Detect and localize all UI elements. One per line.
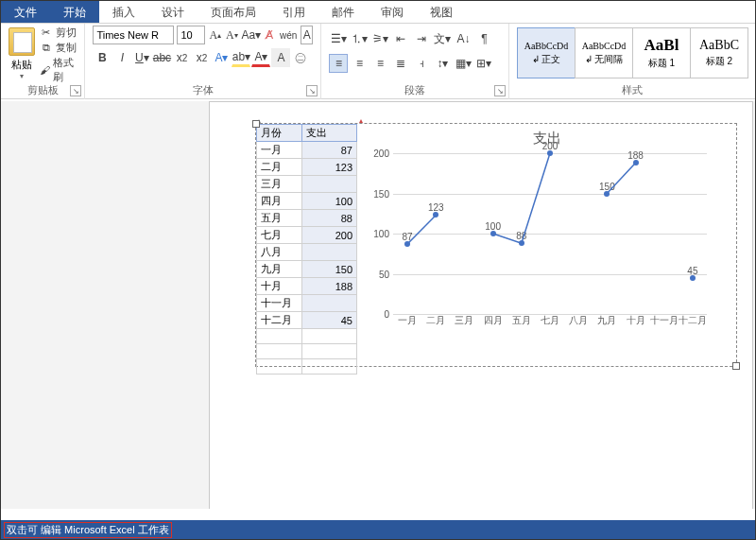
line-spacing-button[interactable]: ↕▾ bbox=[433, 54, 452, 73]
align-center-button[interactable]: ≡ bbox=[350, 54, 369, 73]
data-table[interactable]: 月份支出一月87二月123三月四月100五月88七月200八月九月150十月18… bbox=[256, 124, 357, 375]
group-label-font: 字体 bbox=[85, 83, 320, 97]
group-label-paragraph: 段落 bbox=[321, 83, 508, 97]
group-label-styles: 样式 bbox=[509, 83, 755, 97]
style-0[interactable]: AaBbCcDd↲ 正文 bbox=[517, 27, 576, 78]
font-name-input[interactable] bbox=[93, 26, 174, 44]
change-case-button[interactable]: Aa▾ bbox=[242, 26, 261, 44]
group-font: A▴ A▾ Aa▾ A̸ wén A B I U▾ abc x2 x2 A▾ a… bbox=[85, 24, 321, 99]
chart-area[interactable]: 支出 050100150200一月二月三月四月五月七月八月九月十月十一月十二月8… bbox=[357, 124, 736, 366]
show-marks-button[interactable]: ¶ bbox=[474, 29, 493, 48]
embedded-excel-object[interactable]: 月份支出一月87二月123三月四月100五月88七月200八月九月150十月18… bbox=[255, 123, 737, 367]
tab-references[interactable]: 引用 bbox=[269, 1, 318, 23]
document-area: 月份支出一月87二月123三月四月100五月88七月200八月九月150十月18… bbox=[1, 101, 755, 509]
align-right-button[interactable]: ≡ bbox=[370, 54, 389, 73]
style-3[interactable]: AaBbC标题 2 bbox=[690, 27, 748, 78]
paste-label: 粘贴 bbox=[11, 58, 32, 72]
font-color-button[interactable]: A▾ bbox=[251, 48, 270, 67]
highlight-button[interactable]: ab▾ bbox=[232, 48, 250, 67]
status-text: 双击可 编辑 Microsoft Excel 工作表 bbox=[4, 522, 172, 538]
format-painter-button[interactable]: 🖌格式刷 bbox=[40, 56, 77, 84]
tab-file[interactable]: 文件 bbox=[1, 1, 50, 23]
brush-icon: 🖌 bbox=[40, 63, 50, 77]
underline-button[interactable]: U▾ bbox=[132, 48, 151, 67]
multilevel-button[interactable]: ⚞▾ bbox=[370, 29, 389, 48]
distribute-button[interactable]: ⫞ bbox=[412, 54, 431, 73]
phonetic-button[interactable]: wén bbox=[279, 26, 298, 44]
borders-button[interactable]: ⊞▾ bbox=[474, 54, 493, 73]
font-dialog-launcher[interactable]: ↘ bbox=[306, 85, 318, 96]
clipboard-dialog-launcher[interactable]: ↘ bbox=[70, 85, 81, 96]
tab-review[interactable]: 审阅 bbox=[368, 1, 417, 23]
style-2[interactable]: AaBl标题 1 bbox=[632, 27, 691, 78]
numbering-button[interactable]: ⒈▾ bbox=[350, 29, 369, 48]
strike-button[interactable]: abc bbox=[152, 48, 171, 67]
paragraph-dialog-launcher[interactable]: ↘ bbox=[494, 85, 506, 96]
char-shading-button[interactable]: A bbox=[271, 48, 290, 67]
justify-button[interactable]: ≣ bbox=[391, 54, 410, 73]
copy-icon: ⧉ bbox=[40, 42, 53, 55]
cut-button[interactable]: ✂剪切 bbox=[40, 26, 77, 40]
grow-font-button[interactable]: A▴ bbox=[208, 26, 222, 44]
clear-format-button[interactable]: A̸ bbox=[264, 26, 276, 44]
scissors-icon: ✂ bbox=[40, 26, 53, 40]
tab-insert[interactable]: 插入 bbox=[99, 1, 148, 23]
font-size-input[interactable] bbox=[177, 26, 205, 44]
paste-button[interactable]: 粘贴 ▾ bbox=[9, 26, 36, 80]
tab-design[interactable]: 设计 bbox=[148, 1, 198, 23]
copy-button[interactable]: ⧉复制 bbox=[40, 41, 77, 55]
page: 月份支出一月87二月123三月四月100五月88七月200八月九月150十月18… bbox=[209, 101, 753, 509]
decrease-indent-button[interactable]: ⇤ bbox=[391, 29, 410, 48]
tab-mailings[interactable]: 邮件 bbox=[318, 1, 368, 23]
tab-layout[interactable]: 页面布局 bbox=[198, 1, 269, 23]
align-left-button[interactable]: ≡ bbox=[329, 54, 348, 73]
tab-home[interactable]: 开始 bbox=[50, 1, 99, 23]
bullets-button[interactable]: ☰▾ bbox=[329, 29, 348, 48]
status-bar: 双击可 编辑 Microsoft Excel 工作表 bbox=[1, 520, 755, 539]
chart-plot: 050100150200一月二月三月四月五月七月八月九月十月十一月十二月8712… bbox=[367, 153, 707, 333]
tab-view[interactable]: 视图 bbox=[417, 1, 466, 23]
superscript-button[interactable]: x2 bbox=[192, 48, 211, 67]
char-border-button[interactable]: A bbox=[301, 26, 313, 44]
sort-button[interactable]: A↓ bbox=[454, 29, 472, 48]
shading-button[interactable]: ▦▾ bbox=[454, 54, 472, 73]
style-1[interactable]: AaBbCcDd↲ 无间隔 bbox=[575, 27, 633, 78]
spreadsheet-area: 月份支出一月87二月123三月四月100五月88七月200八月九月150十月18… bbox=[256, 124, 357, 366]
text-direction-button[interactable]: 文▾ bbox=[433, 29, 452, 48]
enclose-char-button[interactable]: ㊁ bbox=[291, 48, 310, 67]
menu-tabs: 文件 开始 插入 设计 页面布局 引用 邮件 审阅 视图 bbox=[1, 1, 755, 24]
group-clipboard: 粘贴 ▾ ✂剪切 ⧉复制 🖌格式刷 剪贴板 ↘ bbox=[1, 24, 85, 99]
bold-button[interactable]: B bbox=[93, 48, 112, 67]
text-effects-button[interactable]: A▾ bbox=[212, 48, 231, 67]
italic-button[interactable]: I bbox=[112, 48, 131, 67]
subscript-button[interactable]: x2 bbox=[172, 48, 191, 67]
group-styles: AaBbCcDd↲ 正文AaBbCcDd↲ 无间隔AaBl标题 1AaBbC标题… bbox=[509, 24, 755, 99]
increase-indent-button[interactable]: ⇥ bbox=[412, 29, 431, 48]
shrink-font-button[interactable]: A▾ bbox=[225, 26, 239, 44]
ribbon: 粘贴 ▾ ✂剪切 ⧉复制 🖌格式刷 剪贴板 ↘ A▴ A▾ Aa▾ A̸ wén… bbox=[1, 24, 755, 99]
paste-icon bbox=[9, 27, 35, 56]
group-paragraph: ☰▾ ⒈▾ ⚞▾ ⇤ ⇥ 文▾ A↓ ¶ ≡ ≡ ≡ ≣ ⫞ ↕▾ ▦▾ ⊞▾ … bbox=[321, 24, 509, 99]
